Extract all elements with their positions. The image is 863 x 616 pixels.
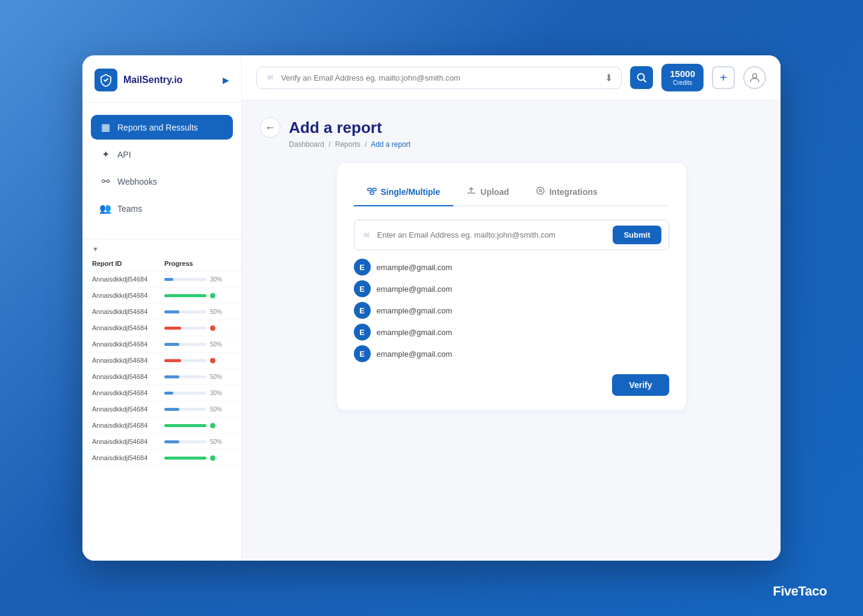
row-id: Annaisdkkdjl54684 [92,422,164,429]
user-button[interactable] [743,66,766,89]
table-row[interactable]: Annaisdkkdjl5468450% [82,336,241,353]
email-input[interactable] [377,230,607,239]
table-row[interactable]: Annaisdkkdjl5468430% [82,385,241,401]
sidebar-item-label-webhooks: Webhooks [117,177,157,186]
table-row[interactable]: Annaisdkkdjl5468450% [82,434,241,450]
row-id: Annaisdkkdjl54684 [92,357,164,364]
email-avatar: E [354,302,371,319]
svg-rect-4 [373,188,376,191]
tabs: Single/Multiple Upload [354,180,669,206]
search-button[interactable] [630,66,653,89]
breadcrumb-current: Add a report [371,140,410,149]
sidebar-item-webhooks[interactable]: ⚯ Webhooks [91,169,233,194]
row-id: Annaisdkkdjl54684 [92,324,164,331]
main-content: ✉ ⬇ 15000 Credits + [242,55,781,561]
svg-rect-3 [368,188,371,191]
page-header: ← Add a report [260,117,762,138]
single-multiple-icon [367,186,377,198]
sidebar-logo: MailSentry.io ▶ [82,55,241,103]
table-row[interactable]: Annaisdkkdjl54684 [82,288,241,304]
email-input-row: ✉ Submit [354,220,669,250]
integrations-icon [536,186,545,198]
sidebar-item-api[interactable]: ✦ API [91,142,233,167]
brand-footer: FiveTaco [773,584,827,599]
tab-integrations[interactable]: Integrations [522,180,611,206]
col-progress-header: Progress [164,260,232,267]
sidebar-item-label-teams: Teams [117,204,142,214]
webhooks-icon: ⚯ [99,176,111,187]
email-list-item[interactable]: Eemample@gmail.com [354,345,669,362]
row-id: Annaisdkkdjl54684 [92,405,164,413]
brand-name: FiveTaco [773,584,827,599]
sidebar-item-teams[interactable]: 👥 Teams [91,196,233,221]
email-avatar: E [354,324,371,340]
svg-point-7 [539,189,542,192]
table-columns: Report ID Progress [82,257,241,271]
breadcrumb-dashboard: Dashboard [289,140,324,149]
search-input[interactable] [281,73,599,82]
row-progress: 50% [164,341,232,348]
sidebar: MailSentry.io ▶ ▦ Reports and Ressults ✦… [82,55,242,561]
tab-single-multiple[interactable]: Single/Multiple [354,180,454,206]
table-row[interactable]: Annaisdkkdjl54684 [82,450,241,466]
row-id: Annaisdkkdjl54684 [92,340,164,348]
page-area: ← Add a report Dashboard / Reports / Add… [242,100,781,561]
table-row[interactable]: Annaisdkkdjl5468450% [82,369,241,385]
logo-icon [94,69,117,91]
verify-row: Verify [354,374,669,396]
row-progress [164,455,232,461]
top-bar: ✉ ⬇ 15000 Credits + [242,55,781,100]
email-list-item[interactable]: Eemample@gmail.com [354,280,669,297]
email-list-item[interactable]: Eemample@gmail.com [354,302,669,319]
back-button[interactable]: ← [260,117,280,138]
row-progress [164,358,232,363]
table-row[interactable]: Annaisdkkdjl5468450% [82,304,241,320]
row-progress: 30% [164,276,232,283]
sidebar-item-label-reports: Reports and Ressults [117,123,198,132]
sidebar-item-reports[interactable]: ▦ Reports and Ressults [91,115,233,140]
sidebar-table: ▼ Report ID Progress Annaisdkkdjl5468430… [82,239,241,561]
email-text: emample@gmail.com [377,285,453,294]
sidebar-table-header: ▼ [82,239,241,257]
verify-button[interactable]: Verify [612,374,669,396]
breadcrumb: Dashboard / Reports / Add a report [289,140,762,149]
email-list: Eemample@gmail.comEemample@gmail.comEema… [354,259,669,362]
download-icon[interactable]: ⬇ [605,72,613,84]
row-id: Annaisdkkdjl54684 [92,276,164,283]
tab-integrations-label: Integrations [549,187,598,197]
submit-button[interactable]: Submit [613,226,661,244]
row-progress: 50% [164,406,232,413]
table-row[interactable]: Annaisdkkdjl54684 [82,353,241,369]
email-text: emample@gmail.com [377,306,453,315]
row-progress: 30% [164,390,232,396]
email-avatar: E [354,259,371,276]
email-text: emample@gmail.com [377,328,453,337]
table-row[interactable]: Annaisdkkdjl54684 [82,417,241,434]
row-progress [164,293,232,298]
tab-single-label: Single/Multiple [381,187,441,197]
row-progress: 50% [164,439,232,445]
table-row[interactable]: Annaisdkkdjl5468430% [82,271,241,288]
svg-point-2 [753,74,757,78]
col-id-header: Report ID [92,260,164,267]
sidebar-toggle[interactable]: ▶ [223,75,229,85]
email-avatar: E [354,345,371,362]
email-text: emample@gmail.com [377,263,453,272]
svg-point-6 [537,187,544,194]
table-row[interactable]: Annaisdkkdjl54684 [82,320,241,336]
table-row[interactable]: Annaisdkkdjl5468450% [82,401,241,417]
email-avatar: E [354,280,371,297]
email-list-item[interactable]: Eemample@gmail.com [354,324,669,340]
credits-number: 15000 [670,69,695,79]
teams-icon: 👥 [99,203,111,214]
breadcrumb-reports: Reports [335,140,360,149]
tab-upload[interactable]: Upload [453,180,522,206]
sidebar-item-label-api: API [117,150,131,159]
svg-rect-5 [370,192,374,194]
add-button[interactable]: + [712,66,735,89]
search-bar-container: ✉ ⬇ [256,67,622,89]
email-list-item[interactable]: Eemample@gmail.com [354,259,669,276]
app-name: MailSentry.io [123,75,182,85]
credits-button[interactable]: 15000 Credits [661,64,704,91]
page-title: Add a report [289,119,382,137]
